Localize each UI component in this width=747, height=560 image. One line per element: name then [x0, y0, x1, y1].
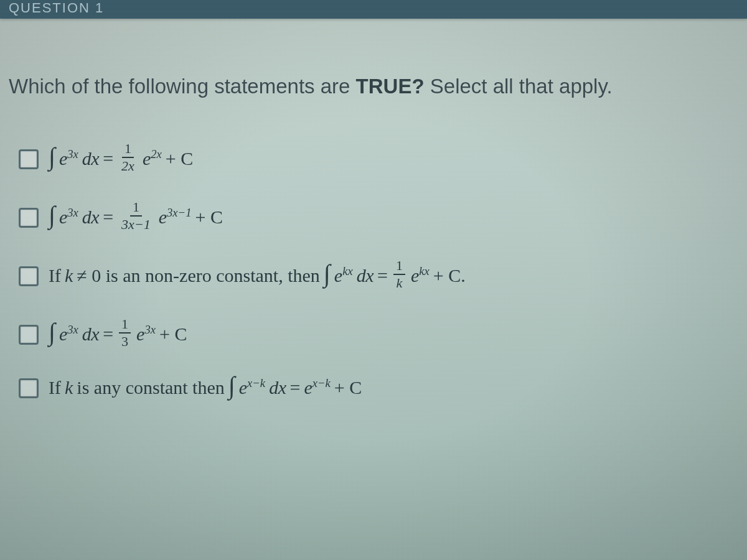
question-bold: TRUE?	[356, 75, 425, 98]
option-4-math: ∫ e3x dx = 1 3 e3x + C	[49, 319, 187, 350]
integral-icon: ∫	[324, 264, 331, 284]
top-strip-label: QUESTION 1	[0, 0, 747, 16]
integral-icon: ∫	[49, 322, 55, 342]
option-1[interactable]: ∫ e3x dx = 1 2x e2x + C	[19, 143, 722, 174]
question-prompt: Which of the following statements are TR…	[9, 75, 735, 98]
option-2-math: ∫ e3x dx = 1 3x−1 e3x−1 + C	[49, 202, 223, 233]
checkbox-icon[interactable]	[19, 149, 39, 169]
integral-icon: ∫	[228, 376, 235, 396]
checkbox-icon[interactable]	[19, 378, 39, 398]
options-list: ∫ e3x dx = 1 2x e2x + C ∫ e3x dx =	[19, 143, 722, 398]
question-post: Select all that apply.	[425, 75, 613, 98]
option-1-math: ∫ e3x dx = 1 2x e2x + C	[49, 143, 193, 174]
checkbox-icon[interactable]	[19, 208, 39, 228]
quiz-screen: QUESTION 1 Which of the following statem…	[0, 0, 747, 560]
option-3[interactable]: If k ≠ 0 is an non-zero constant, then ∫…	[19, 260, 722, 291]
option-5-math: If k is any constant then ∫ ex−k dx = ex…	[49, 377, 362, 398]
option-2[interactable]: ∫ e3x dx = 1 3x−1 e3x−1 + C	[19, 202, 722, 233]
top-strip: QUESTION 1	[0, 0, 747, 19]
integral-icon: ∫	[49, 205, 55, 225]
option-5[interactable]: If k is any constant then ∫ ex−k dx = ex…	[19, 377, 722, 398]
question-pre: Which of the following statements are	[9, 75, 356, 98]
option-4[interactable]: ∫ e3x dx = 1 3 e3x + C	[19, 319, 722, 350]
checkbox-icon[interactable]	[19, 325, 39, 345]
option-3-math: If k ≠ 0 is an non-zero constant, then ∫…	[49, 260, 466, 291]
checkbox-icon[interactable]	[19, 266, 39, 286]
integral-icon: ∫	[49, 147, 55, 167]
